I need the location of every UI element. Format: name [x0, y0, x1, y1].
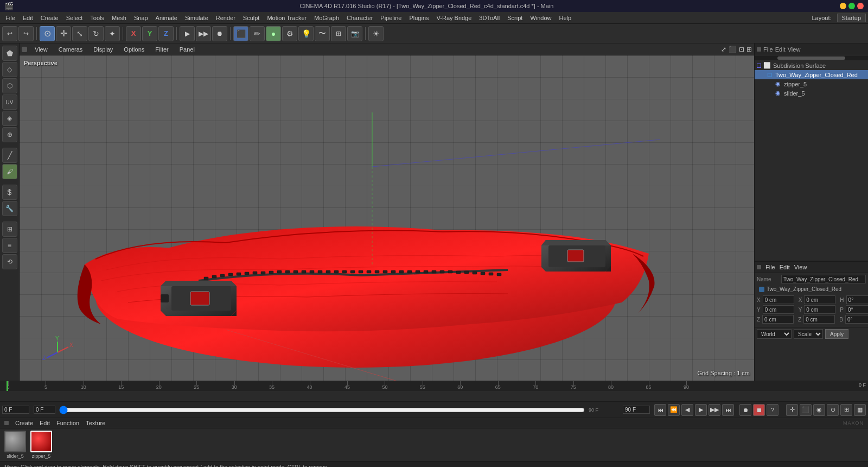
viewport-icon-1[interactable]: ⤢	[721, 46, 726, 53]
record-button[interactable]: ⏺	[212, 26, 227, 41]
select-tool-button[interactable]: ⊙	[40, 26, 55, 41]
layer-button[interactable]: ≡	[2, 238, 17, 253]
menu-render[interactable]: Render	[213, 14, 239, 22]
tree-item-zipper-object[interactable]: ◻ Two_Way_Zipper_Closed_Red	[755, 70, 868, 79]
camera-button[interactable]: 📷	[347, 26, 362, 41]
menu-mograph[interactable]: MoGraph	[311, 14, 342, 22]
transform-button[interactable]: ✦	[105, 26, 120, 41]
scene-tree-scrollbar[interactable]	[755, 56, 868, 60]
mat-menu-function[interactable]: Function	[56, 420, 79, 426]
h-input[interactable]	[846, 295, 868, 304]
go-end-button[interactable]: ⏭	[722, 404, 734, 416]
axis-mode-button[interactable]: ⊕	[2, 127, 17, 142]
grid-left-button[interactable]: ⊞	[2, 222, 17, 237]
mat-menu-texture[interactable]: Texture	[86, 420, 105, 426]
object-mode-button[interactable]: ◈	[2, 111, 17, 126]
rotate-tool-button[interactable]: ↻	[88, 26, 104, 41]
undo-button[interactable]: ↩	[2, 26, 17, 41]
menu-plugins[interactable]: Plugins	[406, 14, 432, 22]
menu-snap[interactable]: Snap	[131, 14, 151, 22]
prop-view-menu[interactable]: View	[794, 264, 807, 270]
scale-tool-button[interactable]: ⤡	[72, 26, 87, 41]
viewport-menu-panel[interactable]: Panel	[176, 45, 198, 54]
prop-edit-menu[interactable]: Edit	[780, 264, 790, 270]
scene-edit-menu[interactable]: Edit	[775, 46, 786, 53]
close-button[interactable]	[857, 3, 864, 9]
apply-button[interactable]: Apply	[825, 329, 848, 339]
y-pos-input[interactable]	[763, 305, 794, 314]
viewport[interactable]: Perspective	[20, 55, 754, 381]
x-rot-input[interactable]	[804, 295, 835, 304]
help-button-pb[interactable]: ?	[767, 404, 778, 416]
layout-value[interactable]: Startup	[837, 14, 866, 22]
menu-tools[interactable]: Tools	[87, 14, 107, 22]
viewport-menu-options[interactable]: Options	[120, 45, 148, 54]
viewport-icon-3[interactable]: ⊡	[739, 46, 744, 53]
menu-vray[interactable]: V-Ray Bridge	[433, 14, 475, 22]
x-axis-button[interactable]: X	[126, 26, 141, 41]
menu-create[interactable]: Create	[37, 14, 62, 22]
motion-path-button[interactable]: ⊙	[827, 404, 839, 416]
mat-menu-edit[interactable]: Edit	[40, 420, 50, 426]
spline-button[interactable]: 〜	[315, 26, 330, 41]
viewport-icon-2[interactable]: ⬛	[729, 46, 737, 53]
menu-simulate[interactable]: Simulate	[182, 14, 212, 22]
tree-item-subdivision[interactable]: ⬜ Subdivision Surface	[755, 61, 868, 70]
play-object-button[interactable]: ▶	[180, 26, 195, 41]
move-tool-button[interactable]: ✛	[56, 26, 71, 41]
material-slider5[interactable]: slider_5	[4, 431, 26, 459]
p-input[interactable]	[846, 305, 868, 314]
z-axis-button[interactable]: Z	[158, 26, 174, 41]
sphere-button[interactable]: ●	[266, 26, 281, 41]
play-anim-button[interactable]: ▶▶	[196, 26, 211, 41]
line-button[interactable]: ╱	[2, 148, 17, 163]
name-field-input[interactable]	[781, 275, 866, 283]
menu-mesh[interactable]: Mesh	[108, 14, 130, 22]
edges-mode-button[interactable]: ◇	[2, 62, 17, 77]
light-button[interactable]: 💡	[298, 26, 314, 41]
layout-pb-button[interactable]: ▦	[854, 404, 866, 416]
z-pos-input[interactable]	[762, 315, 794, 324]
tree-item-slider5[interactable]: ◉ slider_5	[755, 89, 868, 98]
menu-motion-tracker[interactable]: Motion Tracker	[264, 14, 310, 22]
menu-3dtoall[interactable]: 3DToAll	[476, 14, 503, 22]
grid-button[interactable]: ⊞	[331, 26, 346, 41]
tree-item-zipper5[interactable]: ◉ zipper_5	[755, 79, 868, 89]
prop-file-menu[interactable]: File	[765, 264, 775, 270]
y-axis-button[interactable]: Y	[142, 26, 157, 41]
pen-button[interactable]: ✏	[250, 26, 265, 41]
start-frame-input[interactable]	[34, 406, 55, 414]
world-select[interactable]: World Object Camera	[757, 329, 792, 339]
next-frame-button[interactable]: ▶▶	[709, 404, 720, 416]
scale-select[interactable]: Scale Size	[794, 329, 823, 339]
gear-button[interactable]: ⚙	[282, 26, 297, 41]
viewport-menu-cameras[interactable]: Cameras	[55, 45, 86, 54]
add-keyframe-button[interactable]: ✛	[786, 404, 798, 416]
b-input[interactable]	[845, 315, 868, 324]
menu-script[interactable]: Script	[504, 14, 526, 22]
scene-file-menu[interactable]: File	[763, 46, 773, 53]
menu-edit[interactable]: Edit	[20, 14, 36, 22]
deform-button[interactable]: ⟲	[2, 254, 17, 269]
prop-drag[interactable]	[757, 265, 761, 269]
y-rot-input[interactable]	[804, 305, 835, 314]
mat-drag[interactable]	[4, 421, 9, 425]
end-frame-input[interactable]	[623, 406, 650, 414]
viewport-menu-view[interactable]: View	[31, 45, 51, 54]
go-start-button[interactable]: ⏮	[654, 404, 666, 416]
keyframe-circle-button[interactable]: ◉	[813, 404, 825, 416]
uvw-mode-button[interactable]: UV	[2, 94, 17, 110]
menu-window[interactable]: Window	[527, 14, 554, 22]
points-mode-button[interactable]: ⬟	[2, 46, 17, 61]
brush-button[interactable]: 🖌	[2, 164, 17, 179]
cube-button[interactable]: ⬛	[233, 26, 248, 41]
grid-pb-button[interactable]: ⊞	[840, 404, 852, 416]
z-rot-input[interactable]	[803, 315, 835, 324]
record-button-pb[interactable]: ⏺	[739, 404, 751, 416]
magnet-button[interactable]: 🔧	[2, 201, 17, 216]
maximize-button[interactable]	[848, 3, 855, 9]
sun-button[interactable]: ☀	[368, 26, 384, 41]
minimize-button[interactable]	[840, 3, 846, 9]
viewport-menu-filter[interactable]: Filter	[152, 45, 171, 54]
keyframe-square-button[interactable]: ⬛	[800, 404, 812, 416]
